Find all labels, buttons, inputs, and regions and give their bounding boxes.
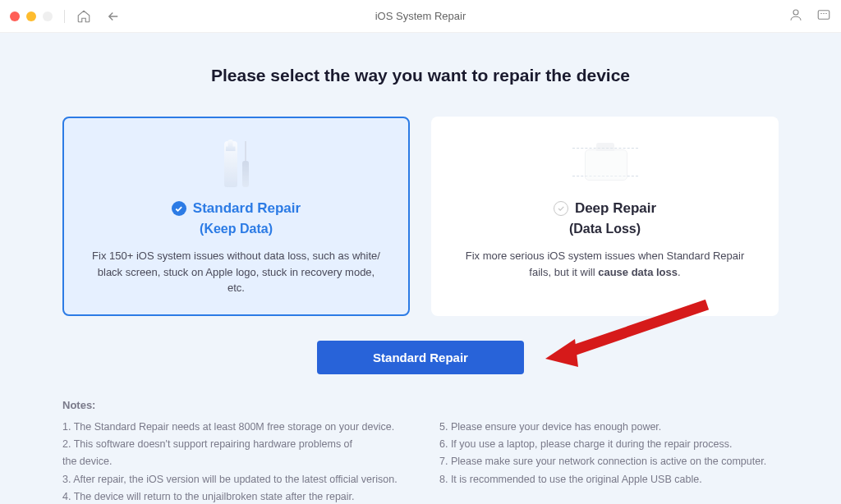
tools-icon bbox=[80, 136, 392, 192]
standard-repair-button[interactable]: Standard Repair bbox=[317, 341, 524, 374]
notes-section: Notes: 1. The Standard Repair needs at l… bbox=[62, 399, 779, 505]
window-controls bbox=[10, 11, 53, 21]
standard-repair-card[interactable]: Standard Repair (Keep Data) Fix 150+ iOS… bbox=[62, 117, 410, 316]
deep-repair-title: Deep Repair bbox=[575, 200, 656, 217]
feedback-icon[interactable] bbox=[816, 7, 831, 25]
minimize-window-button[interactable] bbox=[26, 11, 36, 21]
maximize-window-button[interactable] bbox=[43, 11, 53, 21]
close-window-button[interactable] bbox=[10, 11, 20, 21]
svg-rect-1 bbox=[818, 10, 830, 19]
divider bbox=[64, 10, 65, 23]
notes-heading: Notes: bbox=[62, 399, 779, 411]
back-icon[interactable] bbox=[106, 9, 121, 24]
titlebar: iOS System Repair bbox=[0, 0, 841, 33]
standard-repair-title: Standard Repair bbox=[193, 200, 301, 217]
standard-repair-subtitle: (Keep Data) bbox=[80, 222, 392, 236]
device-icon bbox=[449, 136, 761, 192]
deep-repair-subtitle: (Data Loss) bbox=[449, 222, 761, 236]
deep-repair-description: Fix more serious iOS system issues when … bbox=[449, 248, 761, 280]
standard-repair-description: Fix 150+ iOS system issues without data … bbox=[80, 248, 392, 296]
window-title: iOS System Repair bbox=[375, 10, 466, 22]
check-icon-inactive bbox=[554, 201, 568, 216]
page-heading: Please select the way you want to repair… bbox=[62, 66, 779, 85]
check-icon bbox=[172, 201, 186, 216]
user-icon[interactable] bbox=[788, 7, 803, 25]
svg-point-0 bbox=[793, 10, 798, 15]
repair-options: Standard Repair (Keep Data) Fix 150+ iOS… bbox=[62, 117, 779, 316]
svg-marker-2 bbox=[545, 339, 578, 367]
notes-left-column: 1. The Standard Repair needs at least 80… bbox=[62, 419, 402, 505]
notes-right-column: 5. Please ensure your device has enough … bbox=[439, 419, 779, 505]
deep-repair-card[interactable]: Deep Repair (Data Loss) Fix more serious… bbox=[431, 117, 779, 316]
home-icon[interactable] bbox=[76, 9, 91, 24]
